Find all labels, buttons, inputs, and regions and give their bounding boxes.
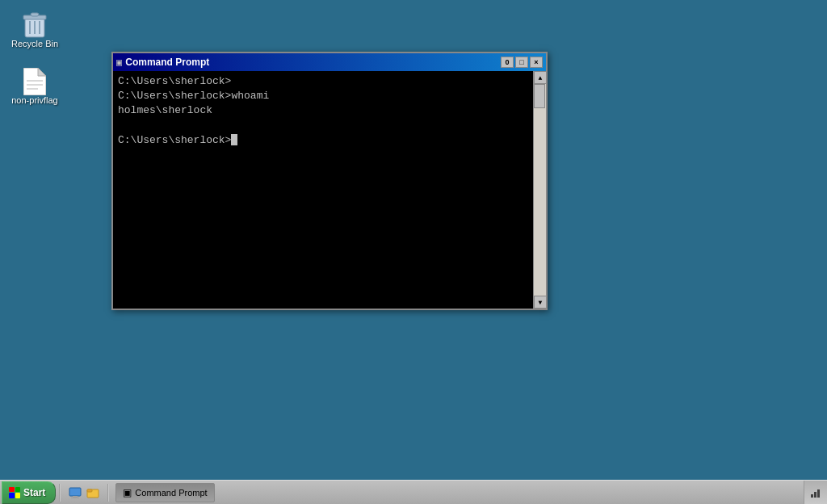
cmd-line-2: C:\Users\sherlock>whoami <box>118 89 528 103</box>
svg-rect-18 <box>817 489 820 498</box>
scrollbar-thumb <box>534 84 545 108</box>
desktop-icon-non-privflag[interactable]: non-privflag <box>6 65 63 109</box>
separator-1 <box>59 484 61 502</box>
svg-rect-12 <box>73 496 78 498</box>
recycle-bin-icon <box>22 10 48 39</box>
minimize-button[interactable]: 0 <box>501 57 514 68</box>
non-privflag-label: non-privflag <box>11 95 57 106</box>
system-tray <box>804 481 827 504</box>
cmd-title-buttons: 0 □ × <box>501 57 543 68</box>
cmd-titlebar: ▣ Command Prompt 0 □ × <box>113 53 546 71</box>
cmd-line-1: C:\Users\sherlock> <box>118 74 528 89</box>
cmd-taskbar-icon: ▣ <box>123 487 132 498</box>
start-label: Start <box>23 487 45 498</box>
taskbar-items: ▣ Command Prompt <box>112 483 804 502</box>
separator-2 <box>107 484 109 502</box>
svg-rect-16 <box>811 494 813 498</box>
cmd-scrollbar: ▲ ▼ <box>533 71 546 309</box>
start-button[interactable]: Start <box>2 481 56 504</box>
cmd-title-icon: ▣ <box>116 57 122 69</box>
svg-rect-15 <box>87 489 92 492</box>
desktop: Recycle Bin non-privflag ▣ Command Promp… <box>0 0 827 504</box>
desktop-icon-recycle-bin[interactable]: Recycle Bin <box>6 6 63 52</box>
maximize-button[interactable]: □ <box>515 57 528 68</box>
svg-rect-2 <box>31 13 39 16</box>
cmd-window: ▣ Command Prompt 0 □ × C:\Users\sherlock… <box>111 52 548 310</box>
svg-marker-7 <box>38 68 46 76</box>
ql-desktop-icon[interactable] <box>67 485 83 501</box>
scrollbar-down-arrow[interactable]: ▼ <box>534 296 547 309</box>
cmd-line-3: holmes\sherlock <box>118 103 528 118</box>
document-icon <box>23 68 46 95</box>
tray-network-icon[interactable] <box>809 486 822 499</box>
cmd-content-area: C:\Users\sherlock> C:\Users\sherlock>who… <box>113 71 546 309</box>
svg-rect-17 <box>814 492 817 498</box>
cmd-taskbar-label: Command Prompt <box>135 488 207 498</box>
taskbar: Start ▣ <box>0 480 827 504</box>
recycle-bin-label: Recycle Bin <box>11 39 58 49</box>
close-button[interactable]: × <box>530 57 543 68</box>
cmd-line-5: C:\Users\sherlock> <box>118 133 528 148</box>
svg-rect-13 <box>71 498 79 498</box>
svg-rect-11 <box>69 488 81 496</box>
quick-launch <box>64 485 104 501</box>
cmd-line-4 <box>118 119 528 133</box>
scrollbar-track[interactable] <box>534 84 546 296</box>
cmd-title-text: Command Prompt <box>125 57 209 68</box>
cmd-terminal[interactable]: C:\Users\sherlock> C:\Users\sherlock>who… <box>113 71 533 309</box>
cmd-title-left: ▣ Command Prompt <box>116 57 209 69</box>
cursor <box>231 134 237 145</box>
windows-logo-icon <box>9 487 20 498</box>
scrollbar-up-arrow[interactable]: ▲ <box>534 71 547 84</box>
ql-explorer-icon[interactable] <box>85 485 101 501</box>
taskbar-item-cmd[interactable]: ▣ Command Prompt <box>115 483 214 502</box>
